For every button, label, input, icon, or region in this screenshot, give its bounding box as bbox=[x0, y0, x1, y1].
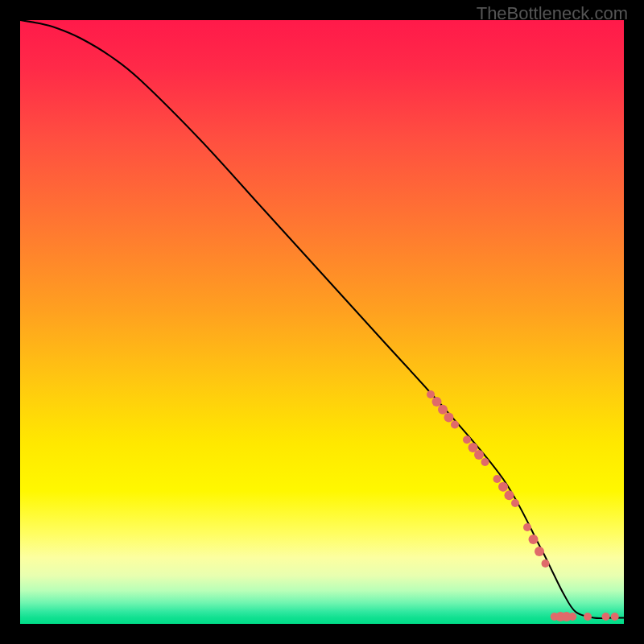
data-marker bbox=[584, 613, 592, 621]
data-marker bbox=[444, 413, 454, 423]
data-marker bbox=[498, 482, 508, 492]
data-marker bbox=[568, 613, 576, 621]
data-marker bbox=[481, 458, 489, 466]
data-markers bbox=[427, 390, 619, 621]
data-marker bbox=[474, 450, 484, 460]
watermark-text: TheBottleneck.com bbox=[477, 3, 628, 24]
data-marker bbox=[529, 535, 539, 544]
data-marker bbox=[602, 613, 610, 621]
chart-plot-area bbox=[20, 20, 624, 624]
data-marker bbox=[505, 490, 514, 500]
data-marker bbox=[611, 613, 619, 621]
data-marker bbox=[511, 499, 519, 507]
data-marker bbox=[493, 475, 502, 483]
data-marker bbox=[427, 390, 435, 398]
chart-svg bbox=[20, 20, 624, 624]
data-marker bbox=[463, 436, 471, 444]
data-marker bbox=[535, 547, 544, 556]
curve-line bbox=[20, 20, 624, 618]
data-marker bbox=[542, 559, 550, 568]
data-marker bbox=[523, 523, 531, 531]
data-marker bbox=[451, 421, 459, 429]
data-marker bbox=[432, 397, 442, 407]
data-marker bbox=[438, 405, 448, 415]
